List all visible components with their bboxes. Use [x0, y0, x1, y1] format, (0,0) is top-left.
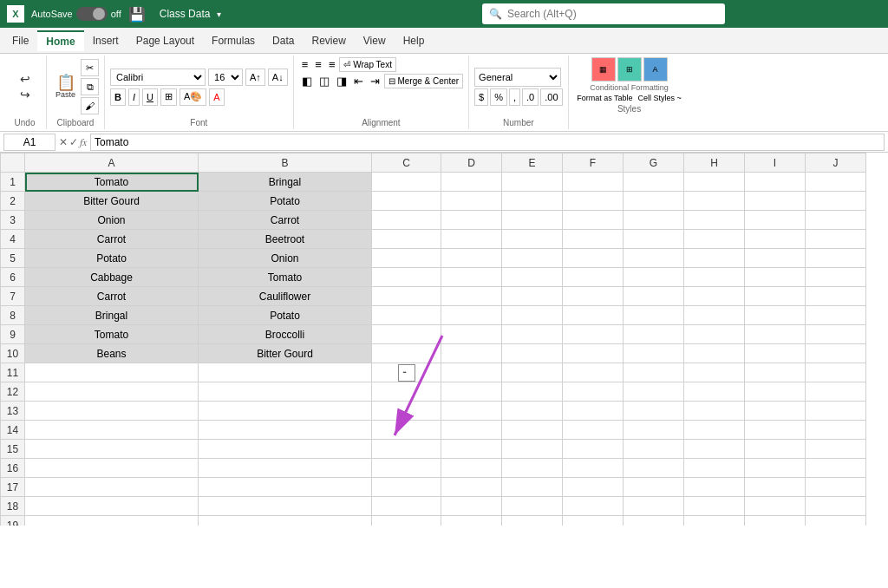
- cell-a3[interactable]: Onion: [25, 211, 199, 230]
- cell-I2[interactable]: [745, 192, 806, 211]
- cell-col919[interactable]: [806, 516, 866, 526]
- search-bar[interactable]: 🔍: [482, 3, 725, 24]
- cell-col416[interactable]: [502, 459, 563, 478]
- cell-D5[interactable]: [441, 249, 502, 268]
- cell-col511[interactable]: [563, 363, 624, 382]
- cell-b9[interactable]: Broccolli: [199, 325, 372, 344]
- cell-col216[interactable]: [372, 459, 441, 478]
- cell-H5[interactable]: [684, 249, 745, 268]
- cell-E10[interactable]: [502, 344, 563, 363]
- cell-col613[interactable]: [624, 402, 684, 421]
- cell-b10[interactable]: Bitter Gourd: [199, 344, 372, 363]
- cell-D7[interactable]: [441, 287, 502, 306]
- cell-J4[interactable]: [806, 230, 866, 249]
- cell-col712[interactable]: [684, 382, 745, 402]
- cell-G3[interactable]: [624, 211, 684, 230]
- cell-col415[interactable]: [502, 440, 563, 459]
- cell-a2[interactable]: Bitter Gourd: [25, 192, 199, 211]
- col-header-b[interactable]: B: [199, 154, 372, 173]
- cell-F10[interactable]: [563, 344, 624, 363]
- cell-col512[interactable]: [563, 382, 624, 402]
- cell-col419[interactable]: [502, 516, 563, 526]
- cell-D2[interactable]: [441, 192, 502, 211]
- cell-J9[interactable]: [806, 325, 866, 344]
- cell-col715[interactable]: [684, 440, 745, 459]
- cell-F1[interactable]: [563, 173, 624, 192]
- font-color-button[interactable]: A: [209, 88, 224, 106]
- cell-col117[interactable]: [199, 478, 372, 497]
- cell-col016[interactable]: [25, 459, 199, 478]
- autosave-toggle[interactable]: [76, 7, 108, 21]
- cell-b8[interactable]: Potato: [199, 306, 372, 325]
- bold-button[interactable]: B: [110, 88, 126, 106]
- cell-col817[interactable]: [745, 478, 806, 497]
- cell-b6[interactable]: Tomato: [199, 268, 372, 287]
- cell-H9[interactable]: [684, 325, 745, 344]
- formula-input[interactable]: [90, 134, 885, 151]
- cell-col615[interactable]: [624, 440, 684, 459]
- cell-J5[interactable]: [806, 249, 866, 268]
- cell-col214[interactable]: [372, 421, 441, 440]
- cell-col811[interactable]: [745, 363, 806, 382]
- cell-col812[interactable]: [745, 382, 806, 402]
- cell-G4[interactable]: [624, 230, 684, 249]
- save-icon[interactable]: 💾: [128, 6, 146, 23]
- cell-col816[interactable]: [745, 459, 806, 478]
- cell-D8[interactable]: [441, 306, 502, 325]
- col-header-c[interactable]: C: [372, 154, 441, 173]
- cell-a6[interactable]: Cabbage: [25, 268, 199, 287]
- cell-C1[interactable]: [372, 173, 441, 192]
- undo-button[interactable]: ↩: [20, 72, 30, 86]
- align-right-button[interactable]: ◨: [334, 74, 349, 88]
- cell-col318[interactable]: [441, 497, 502, 516]
- cell-E2[interactable]: [502, 192, 563, 211]
- cell-I9[interactable]: [745, 325, 806, 344]
- cell-col311[interactable]: [441, 363, 502, 382]
- cell-a7[interactable]: Carrot: [25, 287, 199, 306]
- cell-C2[interactable]: [372, 192, 441, 211]
- increase-font-button[interactable]: A↑: [245, 69, 265, 86]
- cell-col317[interactable]: [441, 478, 502, 497]
- col-header-e[interactable]: E: [502, 154, 563, 173]
- cell-col616[interactable]: [624, 459, 684, 478]
- cell-c11[interactable]: ╴: [372, 363, 441, 382]
- cell-I6[interactable]: [745, 268, 806, 287]
- cell-col219[interactable]: [372, 516, 441, 526]
- cell-C8[interactable]: [372, 306, 441, 325]
- cell-D1[interactable]: [441, 173, 502, 192]
- cell-G5[interactable]: [624, 249, 684, 268]
- cell-col517[interactable]: [563, 478, 624, 497]
- cell-D3[interactable]: [441, 211, 502, 230]
- cell-col719[interactable]: [684, 516, 745, 526]
- align-center-button[interactable]: ◫: [317, 74, 332, 88]
- cell-col617[interactable]: [624, 478, 684, 497]
- cell-H2[interactable]: [684, 192, 745, 211]
- cell-col513[interactable]: [563, 402, 624, 421]
- cell-I3[interactable]: [745, 211, 806, 230]
- cell-col516[interactable]: [563, 459, 624, 478]
- tab-file[interactable]: File: [3, 31, 37, 50]
- cell-col913[interactable]: [806, 402, 866, 421]
- cell-col119[interactable]: [199, 516, 372, 526]
- col-header-d[interactable]: D: [441, 154, 502, 173]
- cell-b4[interactable]: Beetroot: [199, 230, 372, 249]
- wrap-text-button[interactable]: ⏎ Wrap Text: [339, 57, 395, 72]
- cell-col315[interactable]: [441, 440, 502, 459]
- cell-G10[interactable]: [624, 344, 684, 363]
- cell-col718[interactable]: [684, 497, 745, 516]
- paste-options-icon[interactable]: ╴: [398, 364, 415, 382]
- cell-C4[interactable]: [372, 230, 441, 249]
- underline-button[interactable]: U: [142, 88, 158, 106]
- cell-col711[interactable]: [684, 363, 745, 382]
- cell-F7[interactable]: [563, 287, 624, 306]
- cell-col914[interactable]: [806, 421, 866, 440]
- paste-button[interactable]: 📋 Paste: [52, 73, 79, 101]
- cell-col319[interactable]: [441, 516, 502, 526]
- decrease-decimal-button[interactable]: .0: [522, 88, 539, 106]
- cell-G1[interactable]: [624, 173, 684, 192]
- cell-col115[interactable]: [199, 440, 372, 459]
- tab-formulas[interactable]: Formulas: [203, 31, 264, 50]
- cell-a9[interactable]: Tomato: [25, 325, 199, 344]
- cell-col215[interactable]: [372, 440, 441, 459]
- cell-col213[interactable]: [372, 402, 441, 421]
